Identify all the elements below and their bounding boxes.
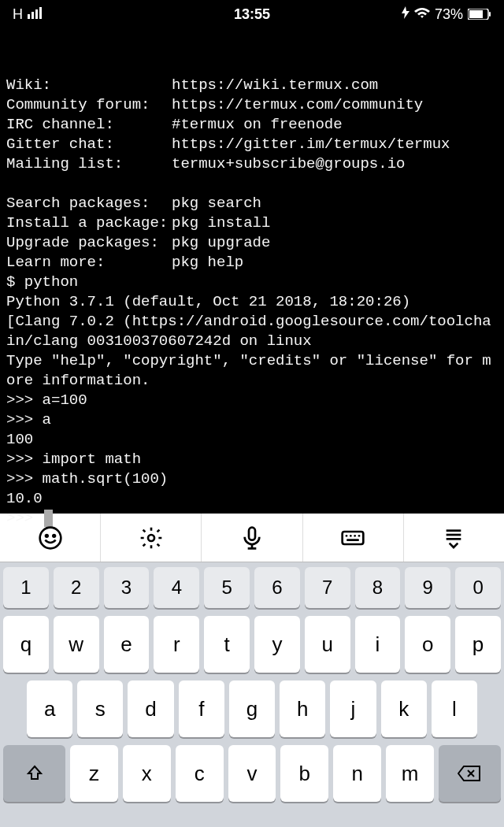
keyboard-switch-button[interactable] <box>303 514 404 562</box>
carrier-label: H <box>13 6 23 23</box>
key-v[interactable]: v <box>228 745 276 802</box>
terminal-link-line: IRC channel:#termux on freenode <box>6 115 498 135</box>
key-p[interactable]: p <box>455 616 501 673</box>
wifi-icon <box>414 6 430 23</box>
backspace-key[interactable] <box>439 745 501 802</box>
shift-key[interactable] <box>3 745 65 802</box>
charging-icon <box>402 6 410 23</box>
key-i[interactable]: i <box>355 616 401 673</box>
key-d[interactable]: d <box>128 681 173 737</box>
key-j[interactable]: j <box>330 681 376 737</box>
signal-icon <box>28 6 45 23</box>
key-3[interactable]: 3 <box>104 567 150 608</box>
python-compiler: [Clang 7.0.2 (https://android.googlesour… <box>6 312 498 351</box>
shell-prompt: $ python <box>6 273 498 292</box>
svg-rect-0 <box>28 14 30 19</box>
keyboard-toolbar <box>0 514 504 562</box>
python-version: Python 3.7.1 (default, Oct 21 2018, 18:2… <box>6 292 498 312</box>
collapse-keyboard-button[interactable] <box>404 514 504 562</box>
terminal-link-line: Wiki:https://wiki.termux.com <box>6 76 498 95</box>
repl-line: >>> a <box>6 410 498 430</box>
terminal-help-line: Upgrade packages:pkg upgrade <box>6 233 498 253</box>
terminal-line <box>6 174 498 194</box>
terminal-help-line: Install a package:pkg install <box>6 213 498 233</box>
key-b[interactable]: b <box>280 745 328 802</box>
svg-point-10 <box>148 535 154 541</box>
key-e[interactable]: e <box>104 616 150 673</box>
svg-rect-12 <box>343 532 364 544</box>
key-l[interactable]: l <box>432 681 477 737</box>
terminal-help-line: Search packages:pkg search <box>6 194 498 213</box>
key-2[interactable]: 2 <box>54 567 99 608</box>
terminal-link-line: Community forum:https://termux.com/commu… <box>6 95 498 115</box>
clock: 13:55 <box>234 6 270 23</box>
terminal-link-line: Gitter chat:https://gitter.im/termux/ter… <box>6 135 498 154</box>
svg-point-8 <box>46 535 48 537</box>
python-help: Type "help", "copyright", "credits" or "… <box>6 351 498 391</box>
key-q[interactable]: q <box>3 616 49 673</box>
key-4[interactable]: 4 <box>154 567 199 608</box>
key-w[interactable]: w <box>54 616 99 673</box>
repl-line: >>> math.sqrt(100) <box>6 469 498 489</box>
key-o[interactable]: o <box>405 616 450 673</box>
key-h[interactable]: h <box>280 681 325 737</box>
key-0[interactable]: 0 <box>455 567 501 608</box>
repl-line: 10.0 <box>6 489 498 509</box>
key-z[interactable]: z <box>70 745 118 802</box>
settings-button[interactable] <box>101 514 202 562</box>
key-c[interactable]: c <box>176 745 224 802</box>
key-n[interactable]: n <box>333 745 381 802</box>
key-t[interactable]: t <box>204 616 250 673</box>
svg-rect-5 <box>469 10 483 18</box>
key-g[interactable]: g <box>229 681 275 737</box>
svg-rect-3 <box>39 7 42 19</box>
emoji-button[interactable] <box>0 514 101 562</box>
key-y[interactable]: y <box>254 616 300 673</box>
key-k[interactable]: k <box>381 681 427 737</box>
soft-keyboard: 1234567890 qwertyuiop asdfghjkl zxcvbnm <box>0 562 504 827</box>
key-a[interactable]: a <box>27 681 72 737</box>
svg-point-7 <box>39 527 61 548</box>
key-6[interactable]: 6 <box>254 567 300 608</box>
key-r[interactable]: r <box>154 616 199 673</box>
key-s[interactable]: s <box>77 681 123 737</box>
svg-rect-2 <box>35 9 38 19</box>
key-5[interactable]: 5 <box>204 567 250 608</box>
key-f[interactable]: f <box>179 681 224 737</box>
status-bar: H 13:55 73% <box>0 0 504 28</box>
svg-rect-1 <box>32 12 34 19</box>
voice-input-button[interactable] <box>202 514 302 562</box>
key-8[interactable]: 8 <box>355 567 401 608</box>
terminal-output[interactable]: Wiki:https://wiki.termux.comCommunity fo… <box>0 28 504 514</box>
repl-line: >>> import math <box>6 450 498 469</box>
key-x[interactable]: x <box>123 745 171 802</box>
terminal-link-line: Mailing list:termux+subscribe@groups.io <box>6 154 498 174</box>
repl-line: >>> a=100 <box>6 391 498 410</box>
svg-rect-11 <box>249 527 255 540</box>
terminal-help-line: Learn more:pkg help <box>6 253 498 273</box>
key-1[interactable]: 1 <box>3 567 49 608</box>
key-9[interactable]: 9 <box>405 567 450 608</box>
key-m[interactable]: m <box>386 745 434 802</box>
battery-pct: 73% <box>435 6 463 23</box>
key-u[interactable]: u <box>305 616 350 673</box>
svg-rect-6 <box>489 12 491 17</box>
key-7[interactable]: 7 <box>305 567 350 608</box>
svg-point-9 <box>53 535 55 537</box>
battery-icon <box>468 9 491 20</box>
repl-line: 100 <box>6 430 498 450</box>
